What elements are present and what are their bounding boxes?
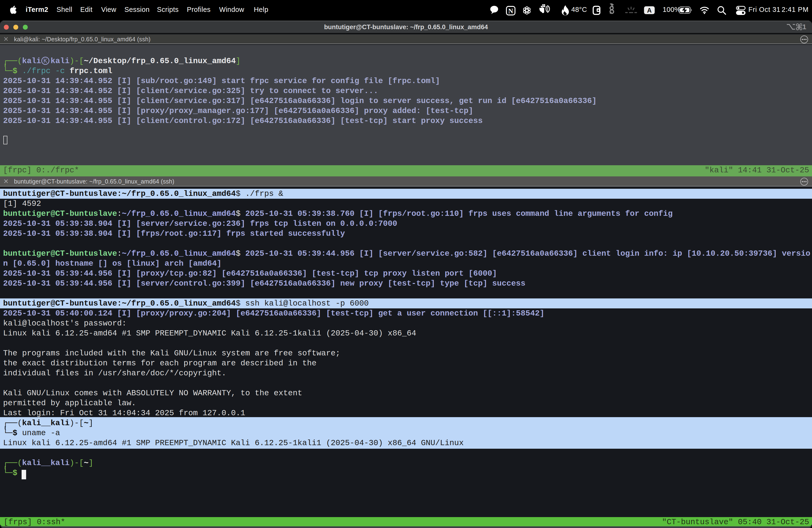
svg-text:N: N (508, 7, 513, 15)
svg-text:A: A (647, 7, 652, 14)
